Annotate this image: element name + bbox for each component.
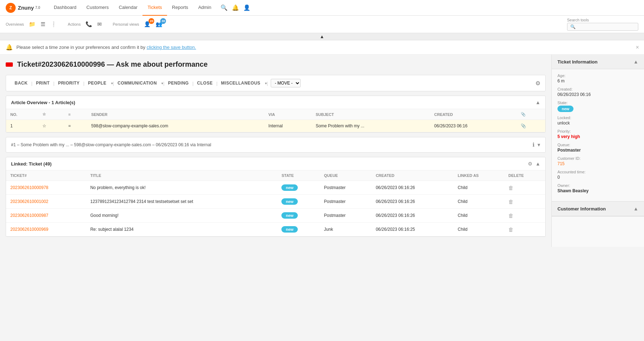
personal-view-2-container: 👥 30 xyxy=(154,20,165,29)
overview-list-button[interactable]: ☰ xyxy=(38,20,47,29)
delete-icon[interactable]: 🗑 xyxy=(508,213,514,219)
article-overview-panel: Article Overview - 1 Article(s) ▲ NO. ☆ … xyxy=(6,96,546,133)
created-value: 06/26/2023 06:16 xyxy=(557,92,638,97)
nav-reports[interactable]: Reports xyxy=(167,0,193,16)
ticket-title-row: Ticket#2023062610000996 — Ask me about p… xyxy=(6,60,546,68)
article-overview-collapse-button[interactable]: ▲ xyxy=(535,100,540,105)
article-via: Internal xyxy=(264,120,312,132)
linked-ticket-queue: Postmaster xyxy=(320,209,372,223)
linked-col-queue: QUEUE xyxy=(320,170,372,181)
action-phone-button[interactable]: 📞 xyxy=(83,20,94,29)
action-miscellaneous-button[interactable]: MISCELLANEOUS xyxy=(218,81,264,86)
linked-ticket-no[interactable]: 2023062610001002 xyxy=(6,195,86,209)
action-settings-button[interactable]: ⚙ xyxy=(535,80,540,87)
overview-alert-button[interactable]: ❕ xyxy=(48,20,59,29)
linked-ticket-delete[interactable]: 🗑 xyxy=(504,195,545,209)
main-wrapper: Ticket#2023062610000996 — Ask me about p… xyxy=(0,55,644,247)
user-menu-button[interactable]: 👤 xyxy=(243,4,250,11)
owner-value: Shawn Beasley xyxy=(557,188,638,193)
overview-folder-button[interactable]: 📁 xyxy=(27,20,38,29)
col-sender: SENDER xyxy=(87,109,264,120)
sidebar: Ticket Information ▲ Age: 6 m Created: 0… xyxy=(551,55,644,247)
linked-col-ticket: TICKET# xyxy=(6,170,86,181)
delete-icon[interactable]: 🗑 xyxy=(508,185,514,191)
app-logo[interactable]: Z Znuny 7.0 xyxy=(6,3,40,13)
linked-col-created: CREATED xyxy=(372,170,453,181)
nav-dashboard[interactable]: Dashboard xyxy=(49,0,82,16)
linked-table-body: 2023062610000978 No problem, everything … xyxy=(6,181,545,236)
action-pending-button[interactable]: PENDING xyxy=(165,81,192,86)
linked-tickets-panel: Linked: Ticket (49) ⚙ ▲ TICKET# TITLE ST… xyxy=(6,157,546,237)
linked-ticket-no[interactable]: 2023062610000969 xyxy=(6,223,86,236)
action-back-button[interactable]: BACK xyxy=(11,81,31,86)
ticket-info-header[interactable]: Ticket Information ▲ xyxy=(552,55,644,69)
nav-calendar[interactable]: Calendar xyxy=(114,0,142,16)
customer-info-header[interactable]: Customer Information ▲ xyxy=(552,202,644,216)
customer-id-value[interactable]: 715 xyxy=(557,161,638,166)
nav-admin[interactable]: Admin xyxy=(193,0,216,16)
linked-collapse-button[interactable]: ▲ xyxy=(535,161,540,167)
locked-value: unlock xyxy=(557,121,638,126)
article-overview-header: Article Overview - 1 Article(s) ▲ xyxy=(6,96,545,109)
action-people-dropdown[interactable]: PEOPLE ▾ xyxy=(84,81,113,86)
queue-label: Queue: xyxy=(557,143,638,147)
personal-view-1-container: 👤 20 xyxy=(142,20,153,29)
article-star[interactable]: ☆ xyxy=(38,120,64,132)
linked-ticket-queue: Postmaster xyxy=(320,195,372,209)
list-item: 2023062610001002 1237891234123412784 231… xyxy=(6,195,545,209)
nav-tickets[interactable]: Tickets xyxy=(142,0,167,16)
linked-ticket-created: 06/26/2023 06:16:26 xyxy=(372,209,453,223)
article-info-button[interactable]: ℹ xyxy=(533,142,535,148)
linked-tickets-title: Linked: Ticket (49) xyxy=(11,161,52,167)
col-created: CREATED xyxy=(430,109,516,120)
article-menu[interactable]: = xyxy=(64,120,87,132)
col-subject: SUBJECT xyxy=(311,109,430,120)
priority-value: 5 very high xyxy=(557,134,638,139)
article-detail-text: #1 – Some Problem with my ... – 598@slow… xyxy=(11,142,211,147)
action-communication-dropdown[interactable]: COMMUNICATION ▾ xyxy=(114,81,163,86)
delete-icon[interactable]: 🗑 xyxy=(508,199,514,205)
article-detail-row: #1 – Some Problem with my ... – 598@slow… xyxy=(6,137,546,153)
linked-ticket-state: new xyxy=(277,223,320,236)
global-search-button[interactable]: 🔍 xyxy=(220,4,228,11)
notification-link[interactable]: clicking the save button. xyxy=(147,45,196,50)
ticket-title: Ticket#2023062610000996 — Ask me about p… xyxy=(17,60,208,68)
col-via: VIA xyxy=(264,109,312,120)
linked-ticket-no[interactable]: 2023062610000987 xyxy=(6,209,86,223)
search-tools-input[interactable] xyxy=(567,23,638,31)
delete-icon[interactable]: 🗑 xyxy=(508,227,514,233)
article-expand-button[interactable]: ▾ xyxy=(537,142,540,148)
linked-ticket-no[interactable]: 2023062610000978 xyxy=(6,181,86,195)
notification-close-button[interactable]: × xyxy=(636,44,639,51)
article-table: NO. ☆ = SENDER VIA SUBJECT CREATED 📎 1 ☆… xyxy=(6,109,545,132)
linked-ticket-delete[interactable]: 🗑 xyxy=(504,181,545,195)
list-item: 2023062610000987 Good morning! new Postm… xyxy=(6,209,545,223)
article-table-body: 1 ☆ = 598@slow-company-example-sales.com… xyxy=(6,120,545,132)
linked-col-delete: DELETE xyxy=(504,170,545,181)
linked-ticket-linked-as: Child xyxy=(453,223,504,236)
action-print-button[interactable]: PRINT xyxy=(32,81,53,86)
collapse-arrow-icon: ▲ xyxy=(320,34,324,39)
linked-table-header: TICKET# TITLE STATE QUEUE CREATED LINKED… xyxy=(6,170,545,181)
action-priority-button[interactable]: PRIORITY xyxy=(54,81,83,86)
action-email-button[interactable]: ✉ xyxy=(95,20,104,29)
action-close-button[interactable]: CLOSE xyxy=(193,81,216,86)
notification-text: Please select a time zone in your prefer… xyxy=(16,45,196,50)
search-tools-label: Search tools xyxy=(567,18,589,22)
linked-ticket-delete[interactable]: 🗑 xyxy=(504,223,545,236)
col-attach: 📎 xyxy=(516,109,545,120)
nav-customers[interactable]: Customers xyxy=(82,0,114,16)
move-select[interactable]: - MOVE - xyxy=(271,79,301,87)
notifications-button[interactable]: 🔔 xyxy=(232,4,239,11)
linked-ticket-queue: Postmaster xyxy=(320,181,372,195)
collapse-bar[interactable]: ▲ xyxy=(0,33,644,40)
action-miscellaneous-dropdown[interactable]: MISCELLANEOUS ▾ xyxy=(218,81,267,86)
linked-ticket-delete[interactable]: 🗑 xyxy=(504,209,545,223)
action-people-button[interactable]: PEOPLE xyxy=(84,81,110,86)
ticket-info-title: Ticket Information xyxy=(557,59,597,65)
list-item: 2023062610000978 No problem, everything … xyxy=(6,181,545,195)
action-communication-button[interactable]: COMMUNICATION xyxy=(114,81,160,86)
state-label: State: xyxy=(557,101,638,105)
linked-settings-button[interactable]: ⚙ xyxy=(528,161,533,167)
personal-views-group: Personal views 👤 20 👥 30 xyxy=(113,20,165,29)
